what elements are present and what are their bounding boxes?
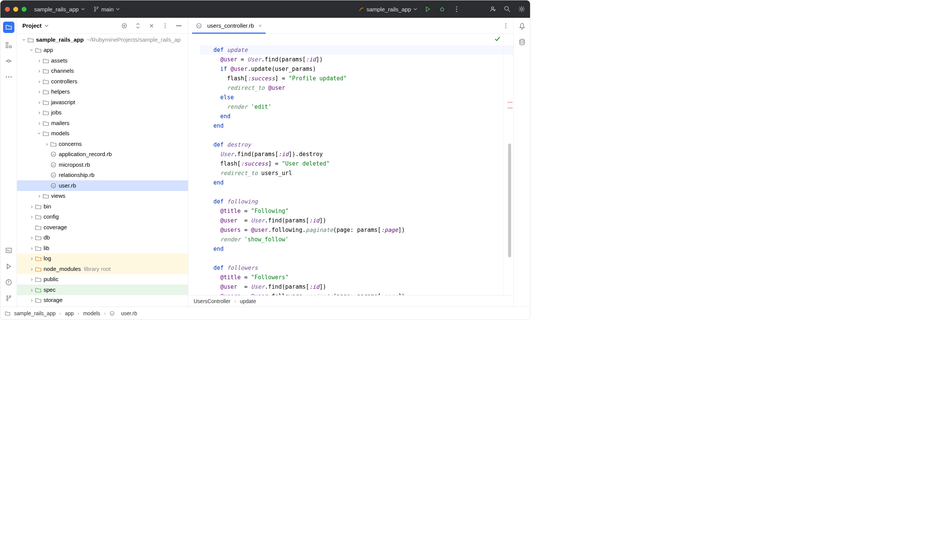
project-dropdown[interactable]: sample_rails_app bbox=[34, 6, 85, 13]
tab-users-controller[interactable]: rb users_controller.rb × bbox=[192, 18, 266, 33]
breadcrumb-sep: › bbox=[234, 298, 236, 304]
tree-folder-models[interactable]: models bbox=[17, 128, 188, 139]
database-icon[interactable] bbox=[518, 38, 526, 46]
tree-root[interactable]: sample_rails_app ~/RubymineProjects/samp… bbox=[17, 34, 188, 45]
tree-folder-controllers[interactable]: controllers bbox=[17, 76, 188, 87]
more-actions-icon[interactable] bbox=[453, 5, 460, 13]
tree-folder-jobs[interactable]: jobs bbox=[17, 108, 188, 118]
debug-button[interactable] bbox=[438, 5, 446, 13]
tree-folder-concerns[interactable]: concerns bbox=[17, 139, 188, 149]
tree-folder-assets[interactable]: assets bbox=[17, 55, 188, 66]
close-tab-icon[interactable]: × bbox=[258, 23, 261, 29]
tree-folder-bin[interactable]: bin bbox=[17, 201, 188, 212]
root-path: ~/RubymineProjects/sample_rails_ap bbox=[87, 34, 181, 45]
structure-tool-button[interactable] bbox=[5, 41, 13, 49]
svg-point-4 bbox=[491, 7, 494, 9]
svg-point-17 bbox=[9, 296, 11, 297]
breadcrumb-method[interactable]: update bbox=[240, 298, 256, 304]
terminal-tool-button[interactable] bbox=[5, 247, 13, 254]
svg-text:rb: rb bbox=[52, 153, 55, 156]
search-icon[interactable] bbox=[504, 5, 511, 13]
svg-point-37 bbox=[520, 39, 524, 41]
expand-collapse-icon[interactable] bbox=[134, 22, 142, 30]
bc-models[interactable]: models bbox=[83, 310, 100, 316]
tree-file-relationship[interactable]: rbrelationship.rb bbox=[17, 170, 188, 181]
tree-folder-db[interactable]: db bbox=[17, 233, 188, 243]
project-tool-button[interactable] bbox=[3, 22, 14, 33]
commit-tool-button[interactable] bbox=[5, 57, 13, 65]
run-config-dropdown[interactable]: sample_rails_app bbox=[359, 6, 417, 13]
maximize-window[interactable] bbox=[22, 7, 27, 12]
editor-gutter-right[interactable] bbox=[504, 34, 513, 295]
tree-folder-spec[interactable]: spec bbox=[17, 285, 188, 295]
bc-project[interactable]: sample_rails_app bbox=[14, 310, 56, 316]
panel-options-icon[interactable] bbox=[161, 22, 169, 30]
tree-folder-helpers[interactable]: helpers bbox=[17, 87, 188, 97]
svg-point-18 bbox=[6, 299, 8, 301]
svg-point-21 bbox=[165, 25, 166, 26]
root-name: sample_rails_app bbox=[36, 34, 84, 45]
tree-folder-public[interactable]: public bbox=[17, 274, 188, 285]
svg-rect-9 bbox=[9, 46, 11, 48]
svg-point-36 bbox=[505, 27, 507, 28]
project-tree[interactable]: sample_rails_app ~/RubymineProjects/samp… bbox=[17, 34, 188, 307]
scrollbar-thumb[interactable] bbox=[508, 144, 511, 257]
tree-file-application-record[interactable]: rbapplication_record.rb bbox=[17, 149, 188, 160]
tree-folder-coverage[interactable]: coverage bbox=[17, 222, 188, 233]
hide-panel-icon[interactable] bbox=[175, 22, 183, 30]
tree-folder-mailers[interactable]: mailers bbox=[17, 118, 188, 128]
chevron-down-icon[interactable] bbox=[45, 24, 48, 28]
svg-point-34 bbox=[505, 23, 507, 24]
inspection-ok-icon[interactable] bbox=[494, 36, 500, 42]
chevron-down-icon bbox=[413, 7, 417, 11]
code-editor[interactable]: def update @user = User.find(params[:id]… bbox=[188, 34, 513, 295]
select-opened-file-icon[interactable] bbox=[120, 22, 128, 30]
more-tool-button[interactable] bbox=[5, 73, 13, 81]
svg-text:rb: rb bbox=[52, 185, 55, 187]
tree-folder-javascript[interactable]: javascript bbox=[17, 97, 188, 108]
tab-options-icon[interactable] bbox=[502, 22, 510, 30]
notifications-icon[interactable] bbox=[518, 22, 526, 30]
close-panel-icon[interactable] bbox=[148, 22, 155, 30]
tab-label: users_controller.rb bbox=[207, 22, 254, 29]
svg-text:rb: rb bbox=[52, 174, 55, 177]
vcs-branch[interactable]: main bbox=[94, 6, 120, 13]
bc-app[interactable]: app bbox=[65, 310, 74, 316]
close-window[interactable] bbox=[5, 7, 10, 12]
svg-point-6 bbox=[521, 8, 523, 10]
project-panel-header: Project bbox=[17, 18, 188, 34]
run-tool-button[interactable] bbox=[5, 263, 13, 270]
tree-folder-node-modules[interactable]: node_moduleslibrary root bbox=[17, 264, 188, 274]
editor-breadcrumb[interactable]: UsersController › update bbox=[188, 295, 513, 307]
settings-icon[interactable] bbox=[518, 5, 525, 13]
svg-rect-7 bbox=[6, 42, 8, 44]
tree-folder-app[interactable]: app bbox=[17, 45, 188, 56]
svg-point-20 bbox=[165, 23, 166, 24]
code-with-me-icon[interactable] bbox=[489, 5, 497, 13]
chevron-down-icon bbox=[81, 7, 85, 11]
run-button[interactable] bbox=[424, 5, 432, 13]
svg-point-5 bbox=[505, 6, 508, 10]
tree-folder-lib[interactable]: lib bbox=[17, 243, 188, 253]
navbar-breadcrumb[interactable]: sample_rails_app › app › models › rb use… bbox=[0, 307, 530, 319]
project-name: sample_rails_app bbox=[34, 6, 79, 13]
window-controls bbox=[5, 7, 27, 12]
tree-folder-storage[interactable]: storage bbox=[17, 295, 188, 306]
tree-folder-channels[interactable]: channels bbox=[17, 66, 188, 77]
vcs-tool-button[interactable] bbox=[5, 294, 13, 302]
folder-icon bbox=[5, 311, 10, 316]
branch-name: main bbox=[102, 6, 114, 13]
tree-file-user[interactable]: rbuser.rb bbox=[17, 180, 188, 191]
folder-icon bbox=[5, 24, 12, 31]
tree-folder-log[interactable]: log bbox=[17, 253, 188, 264]
tree-folder-config[interactable]: config bbox=[17, 212, 188, 222]
bc-file[interactable]: user.rb bbox=[121, 310, 137, 316]
breadcrumb-class[interactable]: UsersController bbox=[194, 298, 230, 304]
tree-file-micropost[interactable]: rbmicropost.rb bbox=[17, 160, 188, 170]
svg-rect-23 bbox=[176, 25, 181, 26]
panel-title: Project bbox=[22, 22, 42, 29]
svg-point-12 bbox=[8, 77, 9, 78]
minimize-window[interactable] bbox=[13, 7, 18, 12]
problems-tool-button[interactable] bbox=[5, 278, 13, 286]
tree-folder-views[interactable]: views bbox=[17, 191, 188, 202]
